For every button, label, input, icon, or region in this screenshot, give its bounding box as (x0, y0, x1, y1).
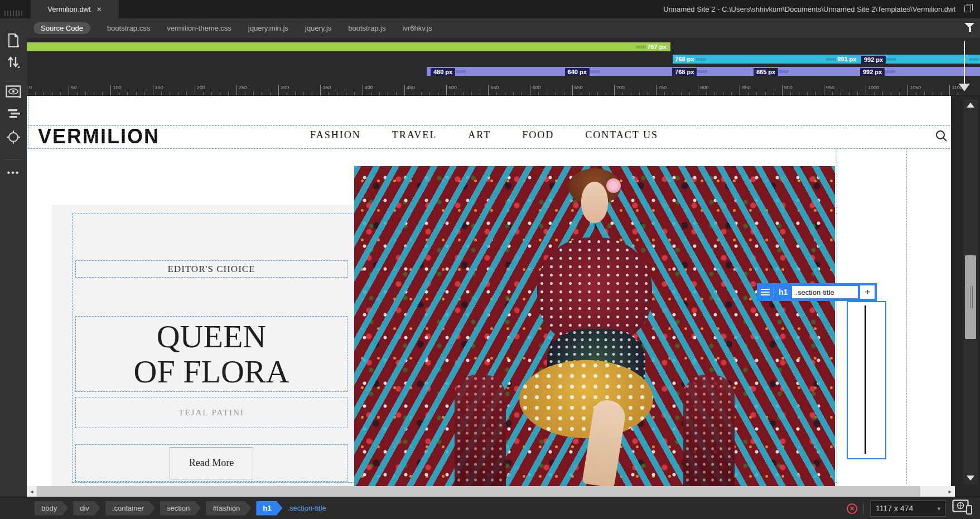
viewport-size-selector[interactable]: 1117 x 474 ▾ (870, 500, 946, 517)
horizontal-scrollbar[interactable]: ◂ ▸ (27, 486, 955, 497)
scroll-down-arrow[interactable] (967, 476, 974, 481)
device-preview-icon[interactable] (952, 499, 973, 517)
filter-funnel-icon[interactable] (964, 23, 976, 33)
window-title: Unnamed Site 2 - C:\Users\shhivkum\Docum… (663, 0, 955, 18)
document-tab-label: Vermilion.dwt (47, 5, 90, 13)
viewport-scrubber-handle[interactable] (959, 84, 970, 91)
tag-selector-class[interactable]: .section-title (287, 504, 326, 512)
nav-item-travel[interactable]: TRAVEL (392, 129, 437, 141)
related-file-tab[interactable]: bootstrap.js (348, 24, 385, 32)
ruler-number: 0 (27, 85, 32, 90)
tag-selector-item-container[interactable]: .container (105, 501, 155, 516)
mq-breakpoint-label[interactable]: 768 px›››››› (672, 67, 707, 76)
vertical-scroll-thumb[interactable] (965, 255, 976, 339)
section-title-block[interactable]: QUEEN OF FLORA (75, 316, 347, 392)
ruler-number: 1000 (866, 85, 879, 90)
mq-bar-green[interactable]: ‹‹‹‹‹‹767 px (27, 42, 670, 51)
ruler-number: 1050 (907, 85, 921, 90)
scroll-right-arrow[interactable]: ▸ (945, 486, 955, 497)
viewport-size-value: 1117 x 474 (876, 504, 913, 513)
element-tag-label: h1 (774, 288, 792, 297)
restore-window-icon[interactable] (964, 6, 971, 12)
add-class-button[interactable]: + (860, 285, 875, 299)
error-indicator-icon[interactable]: ✕ (847, 503, 857, 514)
search-icon[interactable] (935, 129, 948, 143)
nav-item-fashion[interactable]: FASHION (310, 129, 361, 141)
inspect-mode-icon[interactable] (0, 109, 27, 121)
read-more-button[interactable]: Read More (170, 447, 253, 479)
toolbar-rail: ••• (0, 18, 27, 497)
ruler-number: 400 (363, 85, 373, 90)
tag-selector-item-section[interactable]: section (160, 501, 201, 516)
column-guide (906, 148, 907, 484)
scroll-up-arrow[interactable] (967, 103, 974, 108)
tag-selector-item-fashion[interactable]: #fashion (206, 501, 251, 516)
tag-selector: bodydiv.containersection#fashionh1.secti… (35, 501, 326, 516)
mq-chevrons-left: ‹‹‹‹‹‹ (635, 42, 645, 51)
document-tab[interactable]: Vermilion.dwt ✕ (31, 0, 119, 18)
mq-breakpoint-label[interactable]: 480 px›››››› (431, 67, 465, 76)
site-logo[interactable]: VERMILION (38, 125, 160, 148)
guides-target-icon[interactable] (0, 130, 27, 147)
ruler-number: 950 (824, 85, 834, 90)
related-file-tab[interactable]: vermilion-theme.css (167, 24, 231, 32)
ruler-number: 100 (110, 85, 121, 90)
ruler-number: 600 (530, 85, 540, 90)
ruler-number: 250 (236, 85, 247, 90)
mq-breakpoint-label[interactable]: 767 px (645, 43, 668, 50)
tag-selector-item-div[interactable]: div (73, 501, 100, 516)
author-block[interactable]: TEJAL PATINI (75, 397, 347, 428)
selected-element-outline[interactable] (847, 301, 886, 459)
mq-breakpoint-label[interactable]: 865 px›››››› (754, 67, 788, 76)
related-file-tab[interactable]: jquery.js (305, 24, 331, 32)
tag-selector-item-h1[interactable]: h1 (256, 501, 282, 516)
related-file-tab[interactable]: bootstrap.css (107, 24, 150, 32)
mq-bar-cyan[interactable]: 768 px››››››‹‹‹‹‹‹991 px992 px››››››‹‹‹‹… (673, 55, 980, 64)
header-bottom-border (28, 148, 950, 149)
source-code-tab[interactable]: Source Code (33, 22, 90, 34)
mq-bar-purple[interactable]: 480 px››››››640 px››››››768 px››››››865 … (427, 67, 980, 76)
main-nav: FASHIONTRAVELARTFOODCONTACT US (310, 129, 658, 141)
status-divider (863, 502, 864, 515)
mq-breakpoint-label[interactable]: 992 px›››››› (861, 55, 896, 64)
live-view-icon[interactable] (0, 85, 27, 101)
tag-selector-item-body[interactable]: body (35, 501, 68, 516)
element-display: h1 + (757, 283, 877, 301)
container-right-border (837, 148, 837, 484)
eyebrow-block[interactable]: EDITOR'S CHOICE (75, 260, 347, 278)
hero-hair-flower (606, 178, 621, 193)
element-class-input[interactable] (792, 286, 858, 298)
ruler-number: 700 (614, 85, 625, 90)
hero-skirt (519, 360, 653, 438)
live-view-canvas: VERMILION FASHIONTRAVELARTFOODCONTACT US… (27, 96, 951, 486)
mq-breakpoint-label[interactable]: ‹‹‹‹‹‹991 px (802, 55, 858, 64)
ruler-number: 150 (153, 85, 163, 90)
element-menu-icon[interactable] (757, 289, 774, 295)
related-file-tab[interactable]: jquery.min.js (248, 24, 288, 32)
scroll-left-arrow[interactable]: ◂ (27, 486, 37, 497)
ruler-number: 500 (446, 85, 457, 90)
scroll-right-gap (920, 486, 945, 497)
file-management-icon[interactable] (0, 55, 27, 71)
hero-image[interactable] (354, 166, 835, 486)
ruler-number: 350 (320, 85, 331, 90)
ruler-number: 900 (782, 85, 793, 90)
panel-grip[interactable] (4, 11, 23, 16)
mq-breakpoint-label[interactable]: 768 px›››››› (673, 55, 706, 64)
tab-close-icon[interactable]: ✕ (96, 6, 102, 13)
open-documents-icon[interactable] (0, 33, 27, 50)
mq-breakpoint-label[interactable]: 992 px›››››› (860, 67, 895, 76)
tag-selector-bar: bodydiv.containersection#fashionh1.secti… (0, 497, 980, 519)
nav-item-art[interactable]: ART (468, 129, 491, 141)
vertical-scrollbar[interactable] (963, 99, 978, 484)
related-files-bar: Source Codebootstrap.cssvermilion-theme.… (27, 18, 980, 38)
ruler-number: 850 (740, 85, 750, 90)
nav-item-food[interactable]: FOOD (522, 129, 554, 141)
related-file-tab[interactable]: ivr6hkv.js (402, 24, 432, 32)
mq-chevrons-edge: ‹‹‹‹‹‹ (969, 55, 979, 64)
selected-element-content (865, 305, 866, 454)
more-options-icon[interactable]: ••• (0, 168, 27, 178)
ruler: 0501001502002503003504004505005506006507… (27, 84, 980, 96)
nav-item-contact-us[interactable]: CONTACT US (585, 129, 658, 141)
mq-breakpoint-label[interactable]: 640 px›››››› (565, 67, 600, 76)
